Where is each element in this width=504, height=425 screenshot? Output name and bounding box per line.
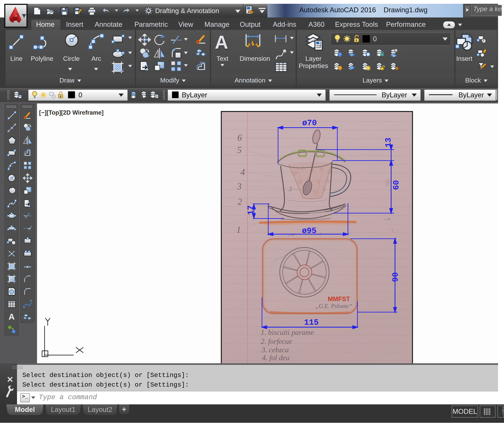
svg-text:3: 3 [289, 186, 292, 193]
svg-text:4: 4 [240, 167, 245, 177]
svg-text:4. fol deu: 4. fol deu [262, 353, 289, 362]
svg-text:5. coopoa: 5. coopoa [263, 361, 292, 363]
svg-text:2. forfecue: 2. forfecue [261, 337, 292, 345]
svg-text:17: 17 [246, 205, 255, 215]
svg-text:1: 1 [236, 225, 241, 235]
svg-text:3: 3 [237, 181, 242, 191]
svg-text:2: 2 [238, 197, 242, 206]
svg-text:ø70: ø70 [302, 118, 317, 128]
svg-text:1. biscuiti parame: 1. biscuiti parame [261, 328, 314, 336]
svg-text:115: 115 [304, 318, 319, 327]
svg-text:MMFST: MMFST [328, 295, 350, 302]
svg-text:6: 6 [237, 133, 242, 142]
svg-text:A: A [9, 312, 15, 321]
svg-text:3. cebzca: 3. cebzca [261, 346, 289, 354]
svg-text:90: 90 [391, 272, 400, 282]
svg-text:ø95: ø95 [302, 226, 317, 236]
svg-text:60: 60 [392, 180, 401, 190]
svg-text:„G.E. Psloote”: „G.E. Psloote” [315, 303, 352, 309]
svg-text:13: 13 [384, 138, 393, 147]
svg-text:5: 5 [237, 145, 242, 155]
